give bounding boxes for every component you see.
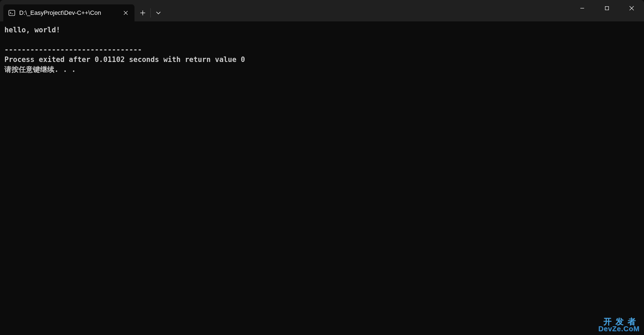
tab-close-button[interactable] [121, 8, 130, 17]
window-controls [570, 0, 644, 16]
output-line: -------------------------------- [4, 46, 142, 54]
maximize-button[interactable] [595, 0, 619, 16]
watermark: 开发者 DevZe.CoM [598, 317, 640, 332]
watermark-bottom: DevZe.CoM [598, 325, 640, 332]
new-tab-button[interactable] [135, 5, 150, 21]
titlebar: D:\_EasyProject\Dev-C++\Con [0, 0, 644, 21]
terminal-icon [8, 9, 15, 16]
svg-rect-0 [9, 10, 15, 16]
terminal-output[interactable]: hello, world! --------------------------… [0, 21, 644, 78]
svg-rect-7 [605, 7, 609, 10]
close-window-button[interactable] [619, 0, 644, 16]
tab-dropdown-button[interactable] [151, 5, 166, 21]
output-line: Process exited after 0.01102 seconds wit… [4, 55, 245, 64]
output-line: 请按任意键继续. . . [4, 65, 76, 73]
minimize-button[interactable] [570, 0, 595, 16]
titlebar-actions [135, 4, 166, 21]
tab-title: D:\_EasyProject\Dev-C++\Con [19, 9, 117, 16]
active-tab[interactable]: D:\_EasyProject\Dev-C++\Con [3, 4, 135, 21]
output-line: hello, world! [4, 26, 60, 34]
